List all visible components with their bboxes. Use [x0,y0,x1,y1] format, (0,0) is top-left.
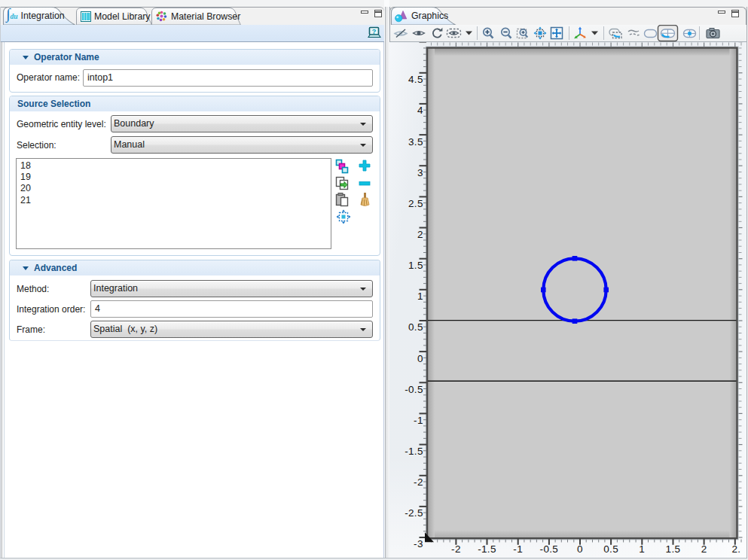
svg-text:-3: -3 [414,538,423,549]
svg-text:3.5: 3.5 [408,136,423,148]
svg-text:4: 4 [417,105,423,116]
svg-text:0: 0 [577,543,583,555]
svg-text:1: 1 [639,543,645,555]
svg-text:0: 0 [417,353,423,364]
svg-text:-1: -1 [414,415,423,426]
svg-text:-1.5: -1.5 [405,446,423,457]
svg-text:-0.5: -0.5 [405,384,423,395]
svg-text:-2: -2 [414,476,423,488]
svg-text:-2: -2 [451,543,461,555]
svg-text:0.5: 0.5 [603,543,618,555]
svg-text:0.5: 0.5 [408,321,423,333]
svg-text:1: 1 [417,291,423,302]
svg-text:1.5: 1.5 [408,260,423,271]
svg-text:2: 2 [417,229,423,240]
svg-text:2.5: 2.5 [408,198,423,209]
svg-text:-1: -1 [513,543,523,555]
svg-text:1.5: 1.5 [666,543,681,555]
svg-text:2.: 2. [731,543,740,555]
svg-text:-1.5: -1.5 [478,543,496,555]
svg-text:4.5: 4.5 [408,74,423,85]
svg-text:?: ? [372,28,377,35]
svg-text:3: 3 [417,167,423,178]
svg-text:2: 2 [701,543,707,555]
svg-text:-0.5: -0.5 [540,543,559,555]
svg-text:-2.5: -2.5 [405,507,423,519]
